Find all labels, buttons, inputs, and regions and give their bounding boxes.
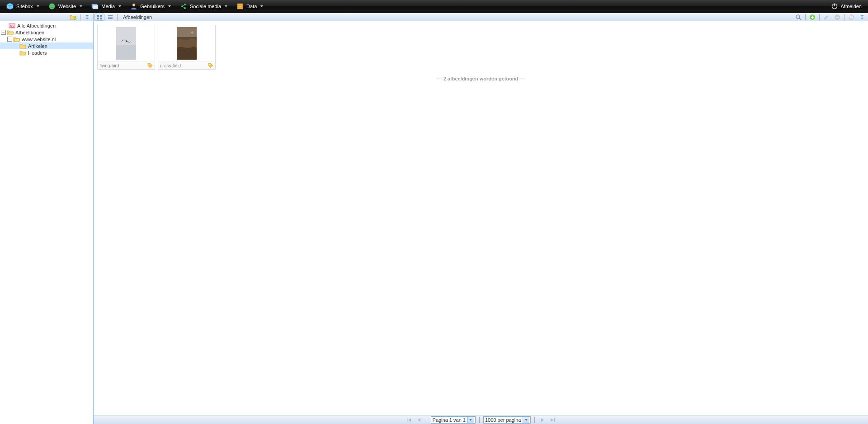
svg-point-43	[209, 64, 210, 65]
tag-icon	[208, 63, 213, 68]
data-icon	[236, 3, 244, 10]
toolbar-separator	[819, 14, 820, 20]
image-card[interactable]: grass-field	[158, 25, 216, 70]
menu-label: Sitebox	[16, 4, 33, 9]
prev-page-button[interactable]	[415, 416, 423, 424]
svg-rect-41	[177, 27, 197, 37]
add-button[interactable]	[807, 14, 817, 21]
main-area: Alle Afbeeldingen − Afbeeldingen − www.w…	[0, 13, 868, 424]
chevron-down-icon	[168, 5, 171, 7]
toolbar-separator	[844, 14, 844, 20]
first-page-button[interactable]	[405, 416, 413, 424]
menu-label: Website	[58, 4, 76, 9]
logout-button[interactable]: Afmelden	[826, 0, 866, 13]
menu-sitebox[interactable]: Sitebox	[2, 0, 44, 13]
search-button[interactable]	[793, 14, 803, 21]
svg-rect-26	[100, 18, 102, 19]
folder-tree: Alle Afbeeldingen − Afbeeldingen − www.w…	[0, 21, 93, 424]
last-page-button[interactable]	[548, 416, 557, 424]
view-grid-button[interactable]	[94, 14, 104, 21]
svg-rect-6	[93, 5, 98, 9]
svg-point-7	[132, 4, 135, 6]
content-area: Afbeeldingen	[94, 13, 868, 424]
menu-gebruikers[interactable]: Gebruikers	[126, 0, 175, 13]
images-icon	[9, 23, 16, 29]
svg-line-31	[799, 18, 801, 20]
tree-item-all-images[interactable]: Alle Afbeeldingen	[0, 22, 93, 29]
menu-media[interactable]: Media	[87, 0, 126, 13]
svg-rect-38	[116, 45, 136, 60]
per-page-select[interactable]: 1000 per pagina	[483, 416, 531, 424]
image-label: grass-field	[160, 63, 181, 68]
delete-button[interactable]	[832, 14, 842, 21]
logout-label: Afmelden	[841, 4, 862, 9]
collapse-button[interactable]	[82, 14, 92, 21]
tree-label: www.website.nl	[22, 37, 56, 42]
top-menubar: Sitebox Website Media Gebruikers Sociale…	[0, 0, 868, 13]
tree-item-website[interactable]: − www.website.nl	[0, 36, 93, 42]
dropdown-icon	[523, 417, 529, 423]
tree-item-artikelen[interactable]: Artikelen	[0, 42, 93, 49]
expand-button[interactable]	[857, 14, 867, 21]
svg-line-11	[182, 5, 185, 6]
menu-data[interactable]: Data	[232, 0, 268, 13]
svg-rect-24	[100, 15, 102, 17]
collapse-toggle[interactable]: −	[1, 30, 6, 35]
svg-rect-36	[836, 17, 839, 18]
status-text: — 2 afbeeldingen worden getoond —	[97, 76, 864, 81]
toolbar-separator	[427, 417, 427, 423]
tree-label: Afbeeldingen	[15, 30, 44, 35]
chevron-down-icon	[80, 5, 82, 7]
social-icon	[180, 3, 187, 10]
toolbar-separator	[534, 417, 535, 423]
next-page-button[interactable]	[538, 416, 547, 424]
media-icon	[91, 3, 99, 10]
image-card[interactable]: flying-bird	[97, 25, 155, 70]
per-page-text: 1000 per pagina	[485, 417, 521, 423]
menu-website[interactable]: Website	[44, 0, 87, 13]
menu-label: Media	[101, 4, 115, 9]
svg-rect-44	[407, 418, 408, 422]
folder-icon	[19, 50, 27, 56]
svg-point-22	[10, 24, 11, 25]
svg-line-12	[182, 6, 185, 8]
toolbar-separator	[80, 14, 80, 20]
svg-rect-25	[97, 18, 99, 19]
thumbnail-image	[177, 27, 197, 60]
tree-item-afbeeldingen[interactable]: − Afbeeldingen	[0, 29, 93, 36]
chevron-down-icon	[225, 5, 227, 7]
svg-rect-27	[108, 15, 113, 16]
menu-label: Data	[246, 4, 257, 9]
folder-open-icon	[13, 36, 20, 42]
tree-item-headers[interactable]: Headers	[0, 49, 93, 56]
svg-point-30	[796, 15, 800, 19]
sidebar-toolbar	[0, 13, 93, 21]
page-text: Pagina 1 van 1	[433, 417, 466, 423]
svg-rect-29	[108, 18, 113, 19]
svg-rect-23	[97, 15, 99, 17]
tree-label: Artikelen	[28, 43, 47, 49]
menu-label: Sociale media	[190, 4, 221, 9]
chevron-down-icon	[118, 5, 121, 7]
svg-rect-45	[554, 418, 555, 422]
edit-button[interactable]	[821, 14, 831, 21]
page-select[interactable]: Pagina 1 van 1	[431, 416, 476, 424]
refresh-button[interactable]	[846, 14, 856, 21]
svg-point-39	[149, 64, 150, 65]
sidebar: Alle Afbeeldingen − Afbeeldingen − www.w…	[0, 13, 94, 424]
gallery: flying-bird	[94, 21, 868, 415]
menu-sociale-media[interactable]: Sociale media	[175, 0, 232, 13]
folder-icon	[19, 43, 27, 49]
view-list-button[interactable]	[105, 14, 115, 21]
breadcrumb: Afbeeldingen	[119, 14, 793, 20]
svg-rect-13	[237, 4, 243, 9]
dropdown-icon	[467, 417, 474, 423]
toolbar-separator	[479, 417, 480, 423]
chevron-down-icon	[37, 5, 39, 7]
tree-label: Alle Afbeeldingen	[17, 23, 56, 28]
toolbar-separator	[117, 14, 118, 20]
power-icon	[831, 3, 838, 10]
content-toolbar: Afbeeldingen	[94, 13, 868, 21]
add-folder-button[interactable]	[68, 14, 78, 21]
collapse-toggle[interactable]: −	[7, 37, 12, 42]
